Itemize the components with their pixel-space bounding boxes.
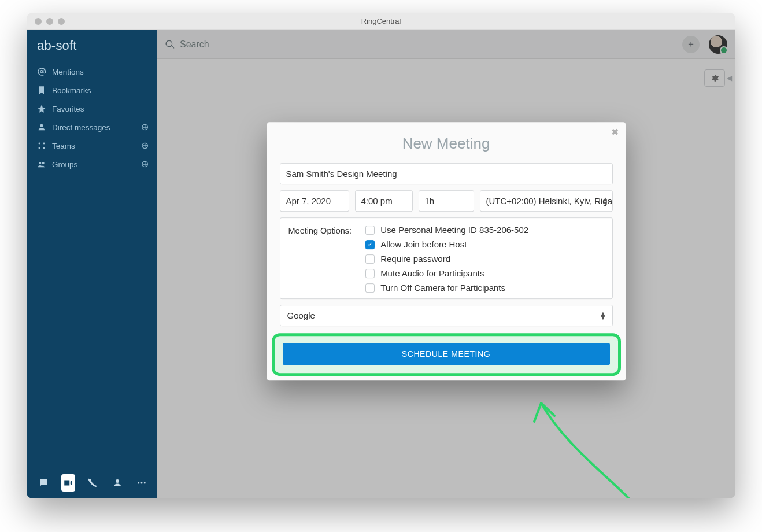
meeting-date-input[interactable] [280,190,349,212]
option-label: Require password [380,254,450,264]
stepper-icon: ▲▼ [602,197,609,205]
sidebar-item-mentions[interactable]: Mentions [27,62,157,81]
checkbox[interactable] [365,269,375,278]
bookmark-icon [37,86,46,95]
nav-messages-button[interactable] [37,474,51,492]
sidebar-item-label: Mentions [52,68,84,76]
svg-point-0 [39,143,40,145]
person-icon [37,123,46,132]
option-label: Allow Join before Host [380,239,467,249]
svg-point-4 [39,162,41,164]
stepper-icon: ▲▼ [600,312,606,320]
nav-contacts-button[interactable] [110,474,124,492]
options-label: Meeting Options: [288,225,352,293]
checkbox[interactable] [365,283,375,293]
sidebar-item-bookmarks[interactable]: Bookmarks [27,81,157,99]
checkbox[interactable] [365,240,375,249]
zoom-window-icon[interactable] [58,18,65,25]
option-label: Turn Off Camera for Participants [380,283,505,293]
add-dm-icon[interactable]: ⊕ [141,123,149,132]
checkbox[interactable] [365,254,375,264]
add-group-icon[interactable]: ⊕ [141,160,149,169]
close-icon[interactable]: ✖ [611,127,619,138]
meeting-option[interactable]: Use Personal Meeting ID 835-206-502 [365,225,604,235]
modal-title: New Meeting [280,135,613,153]
sidebar-item-label: Favorites [52,105,84,113]
schedule-meeting-button[interactable]: SCHEDULE MEETING [283,343,610,365]
star-icon [37,104,46,113]
sidebar-footer [27,468,157,498]
schedule-highlight: SCHEDULE MEETING [272,333,621,376]
meeting-option[interactable]: Allow Join before Host [365,239,604,249]
svg-point-6 [116,479,119,483]
timezone-select[interactable]: (UTC+02:00) Helsinki, Kyiv, Riga, S ▲▼ [480,190,613,212]
close-window-icon[interactable] [35,18,42,25]
app-window: RingCentral ab-soft Mentions Bookmarks F… [27,13,735,498]
meeting-name-input[interactable] [280,163,613,184]
checkbox[interactable] [365,226,375,235]
sidebar-item-teams[interactable]: Teams ⊕ [27,136,157,155]
workspace-name[interactable]: ab-soft [27,30,157,60]
svg-point-7 [138,482,139,484]
nav-video-button[interactable] [61,474,75,492]
sidebar-item-favorites[interactable]: Favorites [27,99,157,118]
meeting-option[interactable]: Require password [365,254,604,264]
meeting-option[interactable]: Mute Audio for Participants [365,268,604,278]
meeting-options: Meeting Options: Use Personal Meeting ID… [280,217,613,299]
sidebar-item-label: Bookmarks [52,86,91,95]
meeting-option[interactable]: Turn Off Camera for Participants [365,283,604,293]
at-icon [37,67,46,76]
meeting-duration-input[interactable] [419,190,474,212]
main-panel: Search ＋ ◀ RingCentral Video Join [157,30,735,498]
svg-point-5 [42,162,45,164]
titlebar: RingCentral [27,13,735,30]
sidebar-item-direct-messages[interactable]: Direct messages ⊕ [27,118,157,136]
groups-icon [37,160,46,169]
add-team-icon[interactable]: ⊕ [141,141,149,150]
window-title: RingCentral [27,17,735,25]
sidebar-item-label: Teams [52,142,75,150]
svg-point-1 [43,143,45,145]
sidebar: ab-soft Mentions Bookmarks Favorites Dir… [27,30,157,498]
new-meeting-modal: ✖ New Meeting (UTC+02:00) Helsinki, Kyiv… [267,122,626,380]
nav-phone-button[interactable] [86,474,99,492]
traffic-lights [27,18,65,25]
timezone-value: (UTC+02:00) Helsinki, Kyiv, Riga, S [486,196,613,206]
svg-point-8 [140,482,142,484]
sidebar-item-label: Direct messages [52,123,110,132]
meeting-time-input[interactable] [355,190,413,212]
option-label: Mute Audio for Participants [380,268,484,278]
svg-point-2 [39,147,40,149]
svg-point-9 [144,482,146,484]
calendar-value: Google [287,311,315,320]
option-label: Use Personal Meeting ID 835-206-502 [380,225,528,235]
teams-icon [37,141,46,150]
nav-more-button[interactable] [135,474,149,492]
sidebar-item-groups[interactable]: Groups ⊕ [27,155,157,173]
svg-point-3 [43,147,45,149]
sidebar-item-label: Groups [52,160,77,169]
calendar-select[interactable]: Google ▲▼ [280,305,613,326]
minimize-window-icon[interactable] [46,18,53,25]
